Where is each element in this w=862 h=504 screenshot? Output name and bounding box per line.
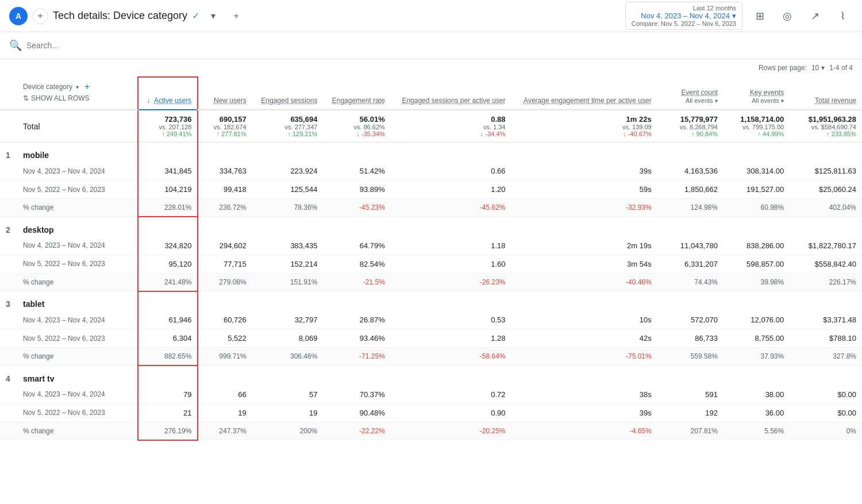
key-events-header[interactable]: Key events All events ▾ — [724, 77, 790, 110]
mobile-change-label: % change — [17, 199, 138, 217]
date-range-button[interactable]: Last 12 months Nov 4, 2023 – Nov 4, 2024… — [625, 2, 742, 30]
title-status-icon: ✓ — [192, 10, 199, 21]
show-all-rows-button[interactable]: ⇅ SHOW ALL ROWS — [23, 92, 132, 105]
total-engagement-rate: 56.01% vs. 86.62% ↓ -35.34% — [323, 110, 390, 143]
new-users-header[interactable]: New users — [198, 77, 252, 110]
list-item: % change 276.19% 247.37% 200% -22.22% -2… — [0, 422, 862, 440]
mobile-period1-label: Nov 4, 2023 – Nov 4, 2024 — [17, 162, 138, 180]
mobile-period2-label: Nov 5, 2022 – Nov 6, 2023 — [17, 180, 138, 199]
row-num-4: 4 — [0, 366, 17, 386]
list-item: 2 desktop — [0, 217, 862, 237]
row-num-1: 1 — [0, 143, 17, 163]
list-item: Nov 5, 2022 – Nov 6, 2023 95,120 77,715 … — [0, 255, 862, 273]
table-toolbar: Rows per page: 10 ▾ 1-4 of 4 — [0, 59, 862, 76]
table-header-row: Device category ▾ + ⇅ SHOW ALL ROWS ↓ Ac… — [0, 77, 862, 110]
add-tab-button[interactable]: + — [32, 8, 48, 24]
total-new-users: 690,157 vs. 182,674 ↑ 277.81% — [198, 110, 252, 143]
category-mobile: mobile — [17, 143, 138, 163]
total-avg-engagement: 1m 22s vs. 139.09 ↓ -40.67% — [511, 110, 657, 143]
total-revenue: $1,951,963.28 vs. $584,690.74 ↑ 233.85% — [790, 110, 862, 143]
rows-per-page-label: Rows per page: — [759, 64, 807, 72]
date-range-value: Nov 4, 2023 – Nov 4, 2024 ▾ — [641, 11, 736, 20]
total-engaged-per-user: 0.88 vs. 1.34 ↓ -34.4% — [391, 110, 511, 143]
top-bar: A + Tech details: Device category ✓ ▾ + … — [0, 0, 862, 32]
event-count-dropdown[interactable]: ▾ — [715, 98, 718, 104]
table-container: Device category ▾ + ⇅ SHOW ALL ROWS ↓ Ac… — [0, 76, 862, 441]
list-item: Nov 4, 2023 – Nov 4, 2024 324,820 294,60… — [0, 237, 862, 255]
event-count-sub: All events — [686, 97, 713, 104]
title-add-button[interactable]: + — [227, 7, 245, 25]
title-text: Tech details: Device category — [53, 10, 187, 22]
total-key-events: 1,158,714.00 vs. 799,175.00 ↑ 44.99% — [724, 110, 790, 143]
list-item: Nov 4, 2023 – Nov 4, 2024 61,946 60,726 … — [0, 311, 862, 329]
list-item: Nov 4, 2023 – Nov 4, 2024 79 66 57 70.37… — [0, 386, 862, 404]
search-input[interactable] — [26, 41, 853, 50]
search-icon: 🔍 — [9, 39, 22, 52]
engagement-rate-header[interactable]: Engagement rate — [323, 77, 390, 110]
event-count-header[interactable]: Event count All events ▾ — [657, 77, 724, 110]
row-num-header — [0, 77, 17, 110]
key-events-sub: All events — [752, 97, 779, 104]
total-row: Total 723,736 vs. 207,128 ↑ 249.41% 690,… — [0, 110, 862, 143]
dimension-filter-chevron: ▾ — [76, 84, 79, 90]
total-active-users: 723,736 vs. 207,128 ↑ 249.41% — [138, 110, 198, 143]
add-dimension-button[interactable]: + — [84, 82, 90, 92]
row-num-3: 3 — [0, 291, 17, 311]
search-bar: 🔍 — [0, 32, 862, 59]
compare-view-button[interactable]: ⊞ — [749, 6, 770, 26]
avatar: A — [9, 7, 28, 25]
mobile-period2-active: 104,219 — [138, 180, 198, 199]
total-engaged-sessions: 635,694 vs. 277,347 ↑ 129.21% — [252, 110, 324, 143]
list-item: Nov 5, 2022 – Nov 6, 2023 21 19 19 90.48… — [0, 403, 862, 422]
date-compare: Compare: Nov 5, 2022 – Nov 6, 2023 — [632, 20, 736, 27]
list-item: 1 mobile — [0, 143, 862, 163]
pagination-info: 1-4 of 4 — [829, 64, 853, 72]
page-title: Tech details: Device category ✓ ▾ + — [53, 7, 621, 25]
data-table: Device category ▾ + ⇅ SHOW ALL ROWS ↓ Ac… — [0, 76, 862, 441]
engaged-sessions-per-user-header[interactable]: Engaged sessions per active user — [391, 77, 511, 110]
category-desktop: desktop — [17, 217, 138, 237]
total-event-count: 15,779,977 vs. 8,268,794 ↑ 90.84% — [657, 110, 724, 143]
key-events-dropdown[interactable]: ▾ — [781, 98, 784, 104]
list-item: Nov 4, 2023 – Nov 4, 2024 341,845 334,76… — [0, 162, 862, 180]
list-item: % change 882.65% 999.71% 306.46% -71.25%… — [0, 348, 862, 366]
list-item: Nov 5, 2022 – Nov 6, 2023 104,219 99,418… — [0, 180, 862, 199]
avg-engagement-time-header[interactable]: Average engagement time per active user — [511, 77, 657, 110]
mobile-change-active: 228.01% — [138, 199, 198, 217]
insights-button[interactable]: ◎ — [777, 6, 798, 26]
top-bar-right: Last 12 months Nov 4, 2023 – Nov 4, 2024… — [625, 2, 853, 30]
row-num-2: 2 — [0, 217, 17, 237]
list-item: % change 241.48% 279.08% 151.91% -21.5% … — [0, 273, 862, 291]
list-item: Nov 5, 2022 – Nov 6, 2023 6,304 5,522 8,… — [0, 329, 862, 348]
list-item: % change 228.01% 236.72% 78.36% -45.23% … — [0, 199, 862, 217]
sort-icon: ↓ — [147, 97, 150, 105]
total-num — [0, 110, 17, 143]
category-smart-tv: smart tv — [17, 366, 138, 386]
dimension-header[interactable]: Device category ▾ + ⇅ SHOW ALL ROWS — [17, 77, 138, 110]
engaged-sessions-header[interactable]: Engaged sessions — [252, 77, 324, 110]
active-users-header[interactable]: ↓ Active users — [138, 77, 198, 110]
share-button[interactable]: ↗ — [805, 6, 825, 26]
list-item: 3 tablet — [0, 291, 862, 311]
rows-per-page-select[interactable]: 10 ▾ — [811, 64, 825, 72]
date-range-label: Last 12 months — [693, 5, 736, 11]
list-item: 4 smart tv — [0, 366, 862, 386]
total-revenue-header[interactable]: Total revenue — [790, 77, 862, 110]
category-tablet: tablet — [17, 291, 138, 311]
more-options-button[interactable]: ⌇ — [832, 6, 853, 26]
mobile-period1-active: 341,845 — [138, 162, 198, 180]
total-label: Total — [17, 110, 138, 143]
title-dropdown-button[interactable]: ▾ — [204, 7, 222, 25]
